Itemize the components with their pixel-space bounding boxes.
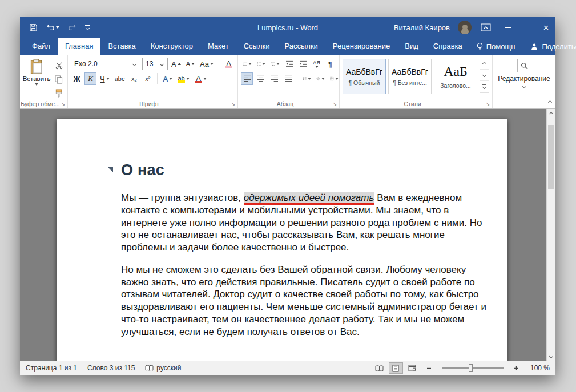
tab-file[interactable]: Файл [25, 38, 58, 55]
cut-icon[interactable] [53, 60, 65, 71]
decrease-indent-button[interactable] [283, 58, 295, 70]
tab-layout[interactable]: Макет [200, 38, 236, 55]
align-right-button[interactable] [268, 72, 280, 85]
zoom-in-button[interactable] [509, 362, 523, 374]
paste-label: Вставить [23, 75, 51, 82]
page-count[interactable]: Страница 1 из 1 [26, 364, 77, 372]
clipboard-dialog-launcher-icon[interactable] [60, 101, 66, 107]
justify-button[interactable] [282, 72, 294, 85]
redo-icon[interactable] [68, 23, 76, 31]
language-label[interactable]: русский [156, 364, 181, 372]
web-layout-button[interactable] [405, 362, 420, 374]
align-left-button[interactable] [241, 72, 253, 85]
customize-qat-icon[interactable] [85, 25, 90, 30]
increase-indent-button[interactable] [297, 58, 309, 70]
styles-scroll-down-icon[interactable] [480, 70, 489, 81]
proofing-status[interactable]: русский [145, 364, 181, 372]
window-title: Lumpics.ru - Word [257, 23, 318, 32]
undo-dropdown-icon[interactable] [56, 26, 59, 29]
zoom-slider-thumb[interactable] [469, 364, 473, 372]
font-name-combo[interactable]: Exo 2.0 [71, 58, 140, 70]
bullets-button[interactable] [241, 58, 253, 70]
highlight-color-button[interactable]: ab [176, 72, 191, 85]
style-no-spacing[interactable]: АаБбВвГг ¶ Без инте... [388, 59, 432, 94]
copy-icon[interactable] [53, 74, 65, 84]
scroll-down-icon[interactable] [547, 351, 555, 361]
font-size-combo[interactable]: 13 [142, 58, 168, 70]
sort-button[interactable]: АЯ [311, 58, 323, 70]
tab-mailings[interactable]: Рассылки [277, 38, 325, 55]
tab-review[interactable]: Рецензирование [325, 38, 397, 55]
close-button[interactable]: × [537, 17, 555, 38]
shading-dropdown-icon [321, 78, 325, 80]
styles-dialog-launcher-icon[interactable] [485, 101, 491, 107]
font-dialog-launcher-icon[interactable] [230, 101, 236, 107]
font-size-dropdown-icon[interactable] [158, 58, 166, 70]
paste-dropdown-icon[interactable] [35, 83, 38, 86]
tab-tell-me[interactable]: Помощн [470, 38, 522, 55]
styles-scroll-up-icon[interactable] [480, 58, 489, 70]
tab-view[interactable]: Вид [397, 38, 426, 55]
style-heading[interactable]: АаБ Заголово... [434, 59, 477, 94]
editing-group[interactable]: Редактирование [493, 55, 555, 108]
zoom-level[interactable]: 100 % [530, 364, 550, 372]
share-button[interactable]: Поделиться [522, 38, 576, 55]
vertical-scrollbar[interactable] [546, 109, 555, 361]
user-avatar[interactable] [458, 21, 472, 34]
font-name-dropdown-icon[interactable] [131, 58, 139, 70]
underline-letter: Ч [100, 75, 105, 83]
scroll-up-icon[interactable] [547, 109, 555, 118]
text-effects-button[interactable]: А [161, 72, 174, 85]
style-preview: АаБ [444, 64, 467, 79]
borders-button[interactable] [328, 72, 340, 85]
clear-formatting-button[interactable]: А [223, 58, 235, 70]
find-button[interactable] [517, 59, 531, 72]
paragraph-dialog-launcher-icon[interactable] [332, 101, 338, 107]
collapse-heading-icon[interactable] [107, 167, 113, 172]
read-mode-button[interactable] [372, 362, 386, 374]
font-color-button[interactable]: А [193, 72, 208, 85]
tab-insert[interactable]: Вставка [100, 38, 143, 55]
multilevel-list-button[interactable] [269, 58, 281, 70]
tab-help[interactable]: Справка [426, 38, 470, 55]
bold-button[interactable]: Ж [71, 72, 83, 85]
status-bar: Страница 1 из 1 Слово 3 из 115 русский [20, 361, 555, 375]
underline-dropdown-icon [106, 78, 110, 80]
grow-font-button[interactable]: А [170, 58, 183, 70]
strikethrough-button[interactable]: abc [113, 72, 127, 85]
minimize-button[interactable] [499, 17, 518, 38]
paste-button[interactable]: Вставить [23, 58, 50, 99]
numbering-button[interactable] [255, 58, 268, 70]
line-spacing-button[interactable] [301, 72, 313, 85]
format-painter-icon[interactable] [53, 88, 65, 98]
shrink-font-button[interactable]: А [184, 58, 196, 70]
zoom-slider[interactable] [442, 367, 504, 369]
underline-button[interactable]: Ч [98, 72, 111, 85]
tab-references[interactable]: Ссылки [236, 38, 277, 55]
undo-icon[interactable] [46, 23, 59, 31]
styles-gallery-more-icon[interactable] [480, 81, 489, 92]
shading-button[interactable] [315, 72, 327, 85]
change-case-button[interactable]: Аа [198, 58, 215, 70]
tab-home[interactable]: Главная [58, 38, 100, 55]
print-layout-button[interactable] [389, 362, 403, 374]
show-marks-button[interactable]: ¶ [324, 58, 336, 70]
zoom-out-button[interactable] [422, 362, 436, 374]
tab-design[interactable]: Конструктор [143, 38, 200, 55]
word-count[interactable]: Слово 3 из 115 [87, 364, 135, 372]
style-normal[interactable]: АаБбВвГг ¶ Обычный [343, 59, 386, 94]
document-page[interactable]: О нас Мы — группа энтузиастов, одержимых… [57, 119, 507, 361]
collapse-ribbon-icon[interactable] [549, 96, 551, 106]
superscript-button[interactable]: x² [142, 72, 154, 85]
shrink-font-letter: А [186, 60, 190, 67]
styles-group-label: Стили [340, 100, 485, 107]
scrollbar-thumb[interactable] [548, 125, 554, 189]
numbering-dropdown-icon [262, 63, 265, 65]
account-name[interactable]: Виталий Каиров [394, 23, 450, 32]
italic-button[interactable]: К [84, 72, 96, 85]
subscript-button[interactable]: x₂ [128, 72, 140, 85]
align-center-button[interactable] [255, 72, 267, 85]
maximize-button[interactable] [518, 17, 537, 38]
save-icon[interactable] [29, 23, 38, 32]
ribbon-display-options-icon[interactable] [481, 23, 491, 31]
